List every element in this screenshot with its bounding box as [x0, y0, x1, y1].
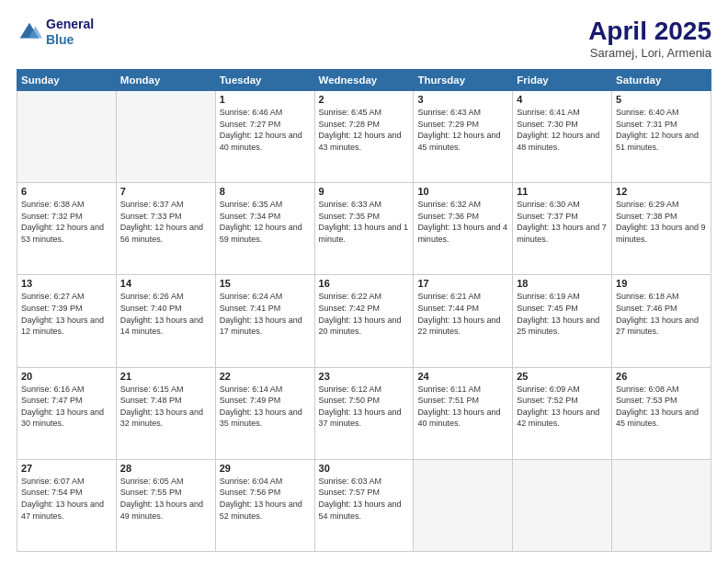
day-number: 13: [21, 278, 112, 289]
day-number: 11: [517, 186, 608, 197]
header: General Blue April 2025 Saramej, Lori, A…: [17, 17, 711, 60]
week-row-2: 6Sunrise: 6:38 AMSunset: 7:32 PMDaylight…: [17, 183, 711, 275]
day-number: 9: [319, 186, 410, 197]
month-title: April 2025: [588, 17, 711, 46]
day-info: Sunrise: 6:35 AMSunset: 7:34 PMDaylight:…: [220, 199, 311, 245]
title-block: April 2025 Saramej, Lori, Armenia: [588, 17, 711, 60]
day-info: Sunrise: 6:14 AMSunset: 7:49 PMDaylight:…: [220, 384, 311, 430]
day-cell: 27Sunrise: 6:07 AMSunset: 7:54 PMDayligh…: [17, 459, 117, 551]
day-info: Sunrise: 6:24 AMSunset: 7:41 PMDaylight:…: [220, 291, 311, 337]
day-cell: 25Sunrise: 6:09 AMSunset: 7:52 PMDayligh…: [513, 367, 612, 459]
day-cell: [116, 91, 215, 183]
day-info: Sunrise: 6:37 AMSunset: 7:33 PMDaylight:…: [120, 199, 211, 245]
day-cell: 6Sunrise: 6:38 AMSunset: 7:32 PMDaylight…: [17, 183, 117, 275]
weekday-header-tuesday: Tuesday: [215, 70, 314, 91]
day-cell: 20Sunrise: 6:16 AMSunset: 7:47 PMDayligh…: [17, 367, 117, 459]
day-cell: 26Sunrise: 6:08 AMSunset: 7:53 PMDayligh…: [612, 367, 711, 459]
day-info: Sunrise: 6:33 AMSunset: 7:35 PMDaylight:…: [319, 199, 410, 245]
day-cell: 9Sunrise: 6:33 AMSunset: 7:35 PMDaylight…: [314, 183, 414, 275]
day-number: 4: [517, 94, 608, 105]
day-info: Sunrise: 6:19 AMSunset: 7:45 PMDaylight:…: [517, 291, 608, 337]
day-cell: 16Sunrise: 6:22 AMSunset: 7:42 PMDayligh…: [314, 275, 414, 367]
day-cell: [513, 459, 612, 551]
day-cell: [612, 459, 711, 551]
day-info: Sunrise: 6:12 AMSunset: 7:50 PMDaylight:…: [319, 384, 410, 430]
day-number: 23: [319, 371, 410, 382]
day-cell: 17Sunrise: 6:21 AMSunset: 7:44 PMDayligh…: [414, 275, 513, 367]
week-row-1: 1Sunrise: 6:46 AMSunset: 7:27 PMDaylight…: [17, 91, 711, 183]
day-cell: 1Sunrise: 6:46 AMSunset: 7:27 PMDaylight…: [215, 91, 314, 183]
weekday-header-friday: Friday: [513, 70, 612, 91]
day-info: Sunrise: 6:45 AMSunset: 7:28 PMDaylight:…: [319, 107, 410, 153]
day-info: Sunrise: 6:15 AMSunset: 7:48 PMDaylight:…: [120, 384, 211, 430]
logo: General Blue: [17, 17, 94, 48]
day-cell: 10Sunrise: 6:32 AMSunset: 7:36 PMDayligh…: [414, 183, 513, 275]
day-number: 12: [616, 186, 707, 197]
day-number: 25: [517, 371, 608, 382]
day-info: Sunrise: 6:21 AMSunset: 7:44 PMDaylight:…: [417, 291, 508, 337]
day-info: Sunrise: 6:27 AMSunset: 7:39 PMDaylight:…: [21, 291, 112, 337]
week-row-5: 27Sunrise: 6:07 AMSunset: 7:54 PMDayligh…: [17, 459, 711, 551]
day-number: 21: [120, 371, 211, 382]
day-number: 7: [120, 186, 211, 197]
day-info: Sunrise: 6:18 AMSunset: 7:46 PMDaylight:…: [616, 291, 707, 337]
day-info: Sunrise: 6:32 AMSunset: 7:36 PMDaylight:…: [417, 199, 508, 245]
day-info: Sunrise: 6:04 AMSunset: 7:56 PMDaylight:…: [220, 476, 311, 522]
day-cell: 11Sunrise: 6:30 AMSunset: 7:37 PMDayligh…: [513, 183, 612, 275]
day-number: 1: [220, 94, 311, 105]
day-cell: 29Sunrise: 6:04 AMSunset: 7:56 PMDayligh…: [215, 459, 314, 551]
weekday-header-row: SundayMondayTuesdayWednesdayThursdayFrid…: [17, 70, 711, 91]
day-number: 8: [220, 186, 311, 197]
day-number: 28: [120, 463, 211, 474]
day-number: 6: [21, 186, 112, 197]
day-cell: [414, 459, 513, 551]
day-cell: 13Sunrise: 6:27 AMSunset: 7:39 PMDayligh…: [17, 275, 117, 367]
week-row-4: 20Sunrise: 6:16 AMSunset: 7:47 PMDayligh…: [17, 367, 711, 459]
weekday-header-monday: Monday: [116, 70, 215, 91]
day-info: Sunrise: 6:41 AMSunset: 7:30 PMDaylight:…: [517, 107, 608, 153]
day-info: Sunrise: 6:22 AMSunset: 7:42 PMDaylight:…: [319, 291, 410, 337]
day-number: 17: [417, 278, 508, 289]
logo-text: General Blue: [46, 17, 94, 48]
day-number: 3: [417, 94, 508, 105]
day-cell: 14Sunrise: 6:26 AMSunset: 7:40 PMDayligh…: [116, 275, 215, 367]
day-info: Sunrise: 6:30 AMSunset: 7:37 PMDaylight:…: [517, 199, 608, 245]
weekday-header-wednesday: Wednesday: [314, 70, 414, 91]
day-cell: 30Sunrise: 6:03 AMSunset: 7:57 PMDayligh…: [314, 459, 414, 551]
day-cell: 22Sunrise: 6:14 AMSunset: 7:49 PMDayligh…: [215, 367, 314, 459]
week-row-3: 13Sunrise: 6:27 AMSunset: 7:39 PMDayligh…: [17, 275, 711, 367]
day-cell: 3Sunrise: 6:43 AMSunset: 7:29 PMDaylight…: [414, 91, 513, 183]
day-cell: 24Sunrise: 6:11 AMSunset: 7:51 PMDayligh…: [414, 367, 513, 459]
day-number: 5: [616, 94, 707, 105]
day-info: Sunrise: 6:16 AMSunset: 7:47 PMDaylight:…: [21, 384, 112, 430]
day-number: 14: [120, 278, 211, 289]
weekday-header-sunday: Sunday: [17, 70, 117, 91]
day-number: 24: [417, 371, 508, 382]
day-info: Sunrise: 6:43 AMSunset: 7:29 PMDaylight:…: [417, 107, 508, 153]
day-cell: 4Sunrise: 6:41 AMSunset: 7:30 PMDaylight…: [513, 91, 612, 183]
day-cell: 8Sunrise: 6:35 AMSunset: 7:34 PMDaylight…: [215, 183, 314, 275]
day-info: Sunrise: 6:07 AMSunset: 7:54 PMDaylight:…: [21, 476, 112, 522]
weekday-header-saturday: Saturday: [612, 70, 711, 91]
day-cell: 23Sunrise: 6:12 AMSunset: 7:50 PMDayligh…: [314, 367, 414, 459]
location: Saramej, Lori, Armenia: [588, 46, 711, 60]
day-number: 26: [616, 371, 707, 382]
day-cell: 28Sunrise: 6:05 AMSunset: 7:55 PMDayligh…: [116, 459, 215, 551]
day-number: 20: [21, 371, 112, 382]
day-number: 2: [319, 94, 410, 105]
day-info: Sunrise: 6:03 AMSunset: 7:57 PMDaylight:…: [319, 476, 410, 522]
day-cell: 15Sunrise: 6:24 AMSunset: 7:41 PMDayligh…: [215, 275, 314, 367]
day-number: 27: [21, 463, 112, 474]
day-info: Sunrise: 6:05 AMSunset: 7:55 PMDaylight:…: [120, 476, 211, 522]
day-info: Sunrise: 6:46 AMSunset: 7:27 PMDaylight:…: [220, 107, 311, 153]
day-cell: 12Sunrise: 6:29 AMSunset: 7:38 PMDayligh…: [612, 183, 711, 275]
day-number: 30: [319, 463, 410, 474]
day-info: Sunrise: 6:40 AMSunset: 7:31 PMDaylight:…: [616, 107, 707, 153]
day-number: 16: [319, 278, 410, 289]
day-info: Sunrise: 6:29 AMSunset: 7:38 PMDaylight:…: [616, 199, 707, 245]
day-number: 10: [417, 186, 508, 197]
day-cell: 21Sunrise: 6:15 AMSunset: 7:48 PMDayligh…: [116, 367, 215, 459]
day-info: Sunrise: 6:11 AMSunset: 7:51 PMDaylight:…: [417, 384, 508, 430]
page: General Blue April 2025 Saramej, Lori, A…: [0, 0, 728, 563]
day-cell: 2Sunrise: 6:45 AMSunset: 7:28 PMDaylight…: [314, 91, 414, 183]
